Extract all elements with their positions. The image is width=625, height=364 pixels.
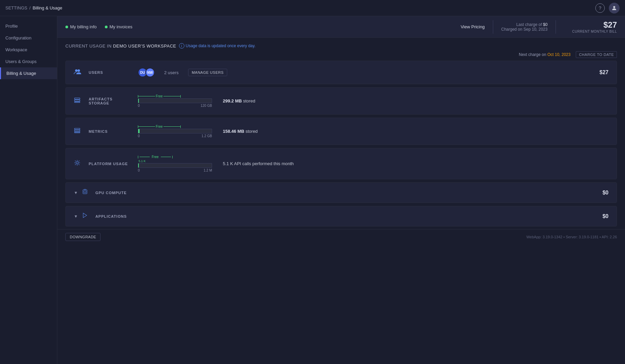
- users-count: 2 users: [164, 70, 179, 75]
- help-icon[interactable]: ?: [595, 3, 605, 13]
- sidebar: Profile Configuration Workspace Users & …: [0, 16, 57, 364]
- users-icon: [74, 69, 83, 77]
- platform-progress-fill: [138, 163, 139, 168]
- billing-info-dot: [65, 26, 68, 28]
- users-avatars: DU NW: [138, 68, 155, 77]
- billing-nav-right: View Pricing Last charge of $0 Charged o…: [460, 20, 617, 34]
- artifacts-min: 0: [138, 104, 140, 108]
- svg-point-1: [75, 69, 78, 71]
- artifacts-label: ARTIFACTS STORAGE: [89, 97, 132, 105]
- platform-label: PLATFORM USAGE: [89, 162, 132, 166]
- breadcrumb-separator: /: [29, 5, 31, 10]
- users-label: USERS: [89, 70, 132, 74]
- avatar[interactable]: [609, 3, 620, 13]
- svg-rect-5: [75, 102, 80, 102]
- metrics-progress-track: [138, 129, 212, 133]
- platform-progress-track: [138, 163, 212, 168]
- metrics-max: 1.2 GB: [202, 134, 212, 138]
- artifacts-icon: [74, 97, 83, 104]
- applications-amount: $0: [602, 213, 608, 219]
- charged-on-date: Sep 10, 2023: [524, 27, 547, 32]
- billing-nav: My billing info My invoices: [65, 23, 460, 31]
- users-card: USERS DU NW 2 users MANAGE USERS $27: [65, 61, 617, 84]
- info-icon: i: [179, 43, 184, 49]
- monthly-bill: $27 CURRENT MONTHLY BILL: [564, 20, 617, 33]
- svg-rect-8: [75, 132, 80, 133]
- svg-rect-10: [83, 190, 87, 194]
- platform-api-info: 5.1 K API calls performed this month: [223, 161, 294, 166]
- billing-nav-my-billing-info[interactable]: My billing info: [65, 23, 97, 31]
- svg-rect-4: [75, 100, 80, 101]
- applications-card: ▼ APPLICATIONS $0: [65, 206, 617, 226]
- artifacts-max: 120 GB: [201, 104, 212, 108]
- svg-point-2: [78, 69, 80, 71]
- last-charge-label: Last charge of: [516, 22, 542, 27]
- content-area: My billing info My invoices View Pricing…: [57, 16, 625, 364]
- sidebar-item-profile[interactable]: Profile: [0, 20, 57, 32]
- applications-icon: [82, 212, 91, 220]
- sidebar-item-users-groups[interactable]: Users & Groups: [0, 56, 57, 67]
- main-layout: Profile Configuration Workspace Users & …: [0, 16, 625, 364]
- svg-point-0: [613, 6, 615, 8]
- bottom-bar: DOWNGRADE WebApp: 3.19.0-1342 • Server: …: [57, 229, 625, 244]
- sidebar-item-configuration[interactable]: Configuration: [0, 32, 57, 44]
- sidebar-item-billing[interactable]: Billing & Usage: [0, 67, 57, 79]
- topbar-right: ?: [595, 3, 620, 13]
- monthly-label: CURRENT MONTHLY BILL: [572, 30, 617, 33]
- info-text: Usage data is updated once every day.: [186, 43, 256, 48]
- artifacts-progress-track: [138, 98, 212, 103]
- platform-usage-card: PLATFORM USAGE Free 5.1 K: [65, 148, 617, 179]
- avatar-nw: NW: [145, 68, 155, 77]
- platform-max: 1.2 M: [204, 169, 212, 172]
- billing-nav-my-invoices[interactable]: My invoices: [105, 23, 132, 31]
- artifacts-progress-fill: [138, 99, 139, 103]
- billing-separator: [493, 20, 493, 34]
- workspace-name-text: Demo User's workspace: [113, 43, 176, 49]
- artifacts-storage-info: 299.2 MB stored: [223, 98, 255, 103]
- charge-to-date-button[interactable]: CHARGE TO DATE: [576, 51, 617, 58]
- artifacts-progress: Free 0 120 GB: [138, 94, 212, 108]
- metrics-min: 0: [138, 134, 140, 138]
- breadcrumb-settings: SETTINGS: [5, 5, 27, 10]
- svg-rect-3: [75, 98, 80, 99]
- breadcrumb-current: Billing & Usage: [33, 5, 62, 10]
- gpu-compute-card: ▼ GPU COMPUTE $0: [65, 182, 617, 203]
- svg-rect-11: [84, 191, 86, 193]
- users-amount: $27: [599, 69, 608, 75]
- usage-section-header: CURRENT USAGE IN Demo User's workspace i…: [57, 38, 625, 49]
- version-info: WebApp: 3.19.0-1342 • Server: 3.19.0-118…: [526, 235, 617, 239]
- platform-progress: Free 5.1 K 0 1.2 M: [138, 155, 212, 172]
- metrics-storage-info: 158.46 MB stored: [223, 129, 258, 134]
- gpu-chevron-icon: ▼: [74, 190, 78, 195]
- usage-title: CURRENT USAGE IN Demo User's workspace: [65, 43, 176, 49]
- applications-label: APPLICATIONS: [95, 214, 139, 218]
- view-pricing-button[interactable]: View Pricing: [460, 24, 484, 29]
- svg-marker-15: [83, 213, 87, 218]
- platform-value-label: 5.1 K: [138, 159, 212, 163]
- applications-chevron-icon: ▼: [74, 214, 78, 219]
- billing-header: My billing info My invoices View Pricing…: [57, 16, 625, 38]
- platform-min: 0: [138, 169, 140, 172]
- svg-point-9: [76, 162, 79, 164]
- svg-rect-7: [75, 130, 80, 131]
- usage-info-tooltip: i Usage data is updated once every day.: [179, 43, 256, 49]
- gpu-collapse-header[interactable]: ▼ GPU COMPUTE $0: [66, 183, 617, 203]
- applications-collapse-header[interactable]: ▼ APPLICATIONS $0: [66, 206, 617, 226]
- metrics-label: METRICS: [89, 129, 132, 133]
- manage-users-button[interactable]: MANAGE USERS: [188, 69, 228, 76]
- downgrade-button[interactable]: DOWNGRADE: [65, 233, 100, 241]
- charge-row: Next charge on Oct 10, 2023 CHARGE TO DA…: [57, 50, 625, 61]
- svg-rect-6: [75, 128, 80, 130]
- metrics-progress-fill: [138, 129, 140, 133]
- last-charge-amount: $0: [543, 22, 547, 27]
- metrics-progress: Free 0 1.2 GB: [138, 125, 212, 138]
- charged-on-label: Charged on: [501, 27, 523, 32]
- usage-cards: USERS DU NW 2 users MANAGE USERS $27 AR: [57, 61, 625, 229]
- invoices-dot: [105, 26, 108, 28]
- monthly-amount: $27: [572, 20, 617, 30]
- artifacts-storage-card: ARTIFACTS STORAGE Free: [65, 87, 617, 115]
- sidebar-item-workspace[interactable]: Workspace: [0, 44, 57, 56]
- breadcrumb: SETTINGS / Billing & Usage: [5, 5, 62, 10]
- gpu-icon: [82, 189, 91, 196]
- gpu-amount: $0: [602, 190, 608, 196]
